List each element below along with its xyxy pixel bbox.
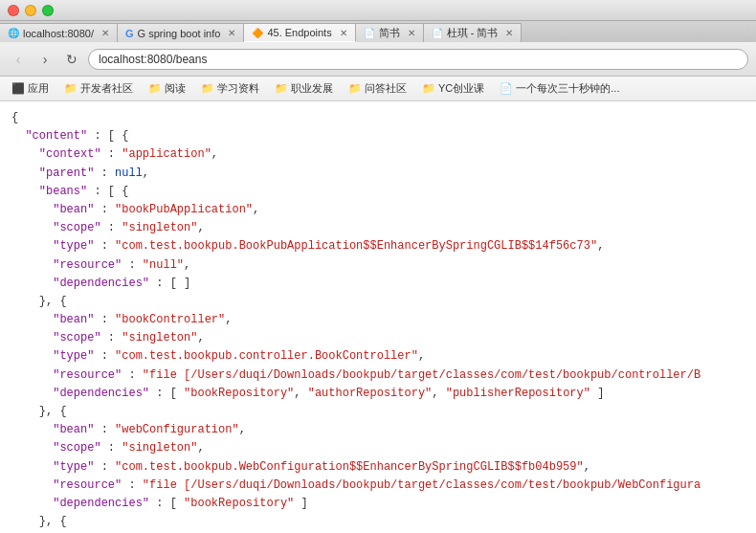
- json-line-21: "dependencies" : [ "bookRepository" ]: [11, 495, 745, 513]
- bookmarks-bar: ⬛ 应用 📁 开发者社区 📁 阅读 📁 学习资料 📁 职业发展 📁 问答社区 📁…: [0, 77, 756, 101]
- maximize-button[interactable]: [42, 5, 54, 16]
- tab-favicon: 📄: [432, 28, 443, 38]
- bookmark-career[interactable]: 📁 职业发展: [269, 79, 339, 98]
- bookmark-folder-icon: 📁: [64, 82, 78, 95]
- bookmark-label: 一个每次三十秒钟的...: [516, 81, 619, 96]
- bookmark-learning[interactable]: 📁 学习资料: [195, 79, 265, 98]
- tab-label: localhost:8080/: [23, 28, 94, 39]
- json-line-8: "resource" : "null",: [11, 256, 745, 275]
- bookmark-30sec[interactable]: 📄 一个每次三十秒钟的...: [494, 79, 625, 98]
- tab-favicon: 📄: [364, 28, 375, 38]
- bookmark-qa[interactable]: 📁 问答社区: [343, 79, 412, 98]
- refresh-button[interactable]: ↻: [61, 49, 82, 70]
- json-line-5: "bean" : "bookPubApplication",: [11, 201, 745, 219]
- tab-spring-boot[interactable]: G G spring boot info ✕: [118, 23, 244, 42]
- bookmark-read[interactable]: 📁 阅读: [143, 79, 191, 98]
- tab-close-icon[interactable]: ✕: [101, 28, 109, 38]
- tab-localhost[interactable]: 🌐 localhost:8080/ ✕: [0, 23, 118, 42]
- json-line-9: "dependencies" : [ ]: [11, 275, 745, 293]
- json-line-2: "context" : "application",: [11, 145, 745, 164]
- bookmark-folder-icon: 📁: [148, 82, 162, 95]
- json-line-6: "scope" : "singleton",: [11, 219, 745, 237]
- bookmark-label: YC创业课: [438, 81, 484, 96]
- bookmark-favicon: 📄: [500, 82, 513, 95]
- json-content: { "content" : [ { "context" : "applicati…: [0, 101, 756, 533]
- json-line-15: "dependencies" : [ "bookRepository", "au…: [11, 385, 745, 403]
- tab-endpoints[interactable]: 🔶 45. Endpoints ✕: [244, 23, 355, 42]
- address-bar[interactable]: localhost:8080/beans: [88, 49, 748, 70]
- json-line-14: "resource" : "file [/Users/duqi/Download…: [11, 366, 745, 385]
- tab-label: 45. Endpoints: [267, 27, 331, 38]
- json-line-10: }, {: [11, 293, 745, 311]
- json-line-13: "type" : "com.test.bookpub.controller.Bo…: [11, 347, 745, 366]
- toolbar: ‹ › ↻ localhost:8080/beans: [0, 42, 756, 77]
- titlebar: [0, 0, 756, 21]
- tabs-bar: 🌐 localhost:8080/ ✕ G G spring boot info…: [0, 21, 756, 42]
- json-line-7: "type" : "com.test.bookpub.BookPubApplic…: [11, 237, 745, 255]
- bookmark-label: 学习资料: [217, 81, 259, 96]
- bookmark-label: 阅读: [165, 81, 186, 96]
- bookmark-folder-icon: 📁: [348, 82, 362, 95]
- bookmark-label: 开发者社区: [80, 81, 133, 96]
- tab-favicon: 🔶: [252, 28, 263, 38]
- minimize-button[interactable]: [25, 5, 36, 16]
- forward-button[interactable]: ›: [34, 49, 56, 70]
- bookmark-icon: ⬛: [11, 82, 25, 95]
- bookmark-label: 问答社区: [365, 81, 407, 96]
- tab-close-icon[interactable]: ✕: [228, 28, 235, 38]
- json-line-22: }, {: [11, 513, 745, 531]
- json-line-11: "bean" : "bookController",: [11, 311, 745, 329]
- tab-label: 简书: [379, 26, 400, 40]
- json-line-4: "beans" : [ {: [11, 183, 745, 201]
- tab-close-icon[interactable]: ✕: [505, 28, 513, 38]
- json-line-12: "scope" : "singleton",: [11, 329, 745, 347]
- url-text: localhost:8080/beans: [99, 53, 207, 66]
- traffic-lights: [8, 5, 54, 16]
- close-button[interactable]: [8, 5, 19, 16]
- bookmark-folder-icon: 📁: [275, 82, 288, 95]
- json-line-3: "parent" : null,: [11, 165, 745, 183]
- bookmark-label: 职业发展: [291, 81, 333, 96]
- tab-favicon: G: [125, 28, 134, 39]
- tab-favicon: 🌐: [8, 28, 19, 38]
- tab-label: G spring boot info: [138, 28, 221, 39]
- back-button[interactable]: ‹: [8, 49, 29, 70]
- json-line-17: "bean" : "webConfiguration",: [11, 421, 745, 439]
- bookmark-apps[interactable]: ⬛ 应用: [6, 79, 55, 98]
- json-line-16: }, {: [11, 403, 745, 421]
- json-line-19: "type" : "com.test.bookpub.WebConfigurat…: [11, 458, 745, 477]
- bookmark-yc[interactable]: 📁 YC创业课: [416, 79, 490, 98]
- bookmark-folder-icon: 📁: [422, 82, 435, 95]
- json-line-1: "content" : [ {: [11, 127, 745, 145]
- tab-duqi-jianshu[interactable]: 📄 杜琪 - 简书 ✕: [424, 23, 523, 42]
- bookmark-folder-icon: 📁: [201, 82, 214, 95]
- tab-label: 杜琪 - 简书: [447, 26, 499, 40]
- json-line-0: {: [11, 109, 745, 127]
- json-line-18: "scope" : "singleton",: [11, 439, 745, 457]
- bookmark-label: 应用: [28, 81, 49, 96]
- json-line-20: "resource" : "file [/Users/duqi/Download…: [11, 477, 745, 495]
- tab-jianshu[interactable]: 📄 简书 ✕: [356, 23, 424, 42]
- tab-close-icon[interactable]: ✕: [340, 28, 347, 38]
- bookmark-dev-community[interactable]: 📁 开发者社区: [58, 79, 139, 98]
- tab-close-icon[interactable]: ✕: [408, 28, 415, 38]
